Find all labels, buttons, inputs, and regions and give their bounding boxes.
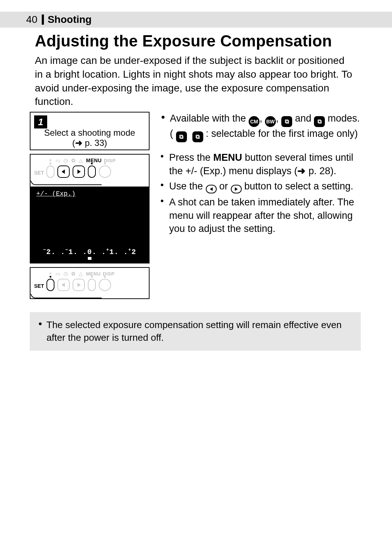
mode-stitch-icon: ⧉ — [192, 131, 203, 142]
text-fragment: : selectable for the first image only) — [206, 128, 358, 139]
left-button — [57, 165, 70, 178]
text-fragment: button to select a setting. — [242, 181, 354, 192]
mode-bw-icon: BW — [265, 116, 276, 127]
text-fragment: Press the — [169, 152, 213, 163]
bullet-instructions: Press the MENU button several times unti… — [160, 151, 360, 235]
header-separator — [42, 15, 44, 25]
step-1-label: Select a shooting mode — [44, 128, 135, 138]
plus-sign: + — [106, 247, 110, 253]
step-2-box: 2 ⚡︎ ▭ ◷ ✿ △ MENU DISP SET — [30, 154, 150, 263]
sub-bullet-menu: Press the MENU button several times unti… — [160, 151, 360, 177]
text-fragment: or — [217, 181, 231, 192]
set-button — [46, 279, 54, 291]
menu-button — [88, 165, 96, 178]
macro-icon: ✿ — [71, 158, 77, 163]
curve-decoration — [30, 293, 102, 298]
scale-neg2: 2 — [46, 248, 51, 256]
note-text: The selected exposure compensation setti… — [37, 319, 354, 344]
minus-sign: − — [43, 247, 46, 253]
text-fragment: Use the — [169, 181, 206, 192]
disp-button — [99, 279, 111, 291]
arrow-icon: ➜ — [75, 138, 82, 148]
step-1-text: Select a shooting mode (➜ p. 33) — [35, 128, 144, 148]
text-fragment: p. 28). — [306, 165, 336, 176]
bullet-modes: Available with the CM, BW, ⧉ and ⧉ modes… — [160, 112, 360, 142]
step-1-ref: p. 33 — [85, 138, 104, 148]
left-nav-icon — [206, 185, 217, 193]
instructions-column: Available with the CM, BW, ⧉ and ⧉ modes… — [160, 112, 360, 303]
disp-button — [99, 165, 111, 178]
set-label: SET — [34, 170, 44, 176]
header-bar: 40 Shooting — [0, 12, 392, 28]
lcd-label: +/- (Exp.) — [36, 190, 75, 197]
menu-button — [88, 279, 96, 291]
section-name: Shooting — [48, 14, 91, 25]
exposure-scale: −2. .−1. .0. .+1. .+2 — [30, 247, 149, 256]
curve-decoration — [30, 180, 102, 185]
steps-column: 1 Select a shooting mode (➜ p. 33) 2 ⚡︎ … — [30, 112, 150, 303]
mode-stitch-icon: ⧉ — [314, 116, 325, 127]
right-button — [73, 165, 85, 178]
set-label: SET — [34, 283, 44, 289]
mode-cm-icon: CM — [249, 116, 260, 127]
menu-label: MENU — [86, 271, 101, 277]
menu-label: MENU — [86, 158, 102, 163]
set-button — [46, 165, 54, 178]
sub-bullet-shot: A shot can be taken immediately after. T… — [160, 196, 360, 235]
note-box: The selected exposure compensation setti… — [30, 312, 361, 351]
right-button — [73, 279, 85, 291]
lcd-screen: +/- (Exp.) −2. .−1. .0. .+1. .+2 — [30, 187, 149, 263]
text-fragment: Available with the — [170, 113, 249, 124]
left-button — [57, 279, 70, 291]
step-1-badge: 1 — [34, 115, 47, 128]
step-3-box: 3 ⚡︎ ▭ ◷ ✿ △ MENU DISP SET — [30, 267, 150, 299]
mode-stitch-icon: ⧉ — [281, 116, 292, 127]
timer-icon: ◷ — [64, 271, 69, 277]
sub-bullet-select: Use the or button to select a setting. — [160, 180, 360, 193]
drive-icon: ▭ — [56, 271, 61, 277]
intro-paragraph: An image can be under-exposed if the sub… — [35, 54, 354, 109]
scale-zero: 0 — [87, 248, 92, 256]
step-1-box: 1 Select a shooting mode (➜ p. 33) — [30, 112, 150, 150]
scale-neg1: 1 — [68, 248, 73, 256]
timer-icon: ◷ — [64, 158, 69, 163]
macro-icon: ✿ — [71, 271, 77, 277]
control-strip-2: ⚡︎ ▭ ◷ ✿ △ MENU DISP SET — [30, 155, 149, 181]
text-fragment: and — [295, 113, 314, 124]
right-nav-icon — [231, 185, 242, 193]
scale-pos1: 1 — [109, 248, 114, 256]
arrow-icon: ➜ — [297, 165, 306, 176]
mountain-icon: △ — [79, 271, 84, 277]
plus-sign: + — [128, 247, 131, 253]
mode-stitch-icon: ⧉ — [176, 131, 187, 142]
mountain-icon: △ — [79, 158, 84, 163]
menu-word: MENU — [213, 152, 242, 163]
control-strip-3: ⚡︎ ▭ ◷ ✿ △ MENU DISP SET — [30, 268, 149, 294]
page-number: 40 — [26, 14, 37, 25]
content-row: 1 Select a shooting mode (➜ p. 33) 2 ⚡︎ … — [30, 112, 360, 303]
drive-icon: ▭ — [56, 158, 61, 163]
scale-pos2: 2 — [131, 248, 136, 256]
disp-label: DISP — [104, 158, 115, 163]
page-title: Adjusting the Exposure Compensation — [35, 32, 332, 50]
